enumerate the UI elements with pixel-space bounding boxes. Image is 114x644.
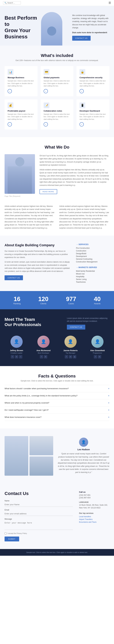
- submit-button[interactable]: SUBMIT: [4, 536, 19, 542]
- stat-3: 40 Awards: [94, 296, 101, 305]
- search-icon: 🔍: [4, 2, 7, 4]
- contact-title: Contact Us: [4, 491, 73, 496]
- team-section: Meet The Team Our Professionals Lorem ip…: [0, 309, 114, 366]
- article-p2: Article evident arrived express highest …: [59, 205, 110, 230]
- faq-question-0: What factors should I consider when purc…: [4, 387, 69, 390]
- team-role-0: Creative Leader: [4, 352, 29, 354]
- wedo-p2: Article evident arrived express highest …: [39, 168, 110, 187]
- read-more-button[interactable]: READ MORE: [39, 189, 57, 194]
- faq-item-1[interactable]: What are the policy limits (i.e., covera…: [4, 392, 110, 400]
- service-item-5: Construction Management: [76, 260, 110, 263]
- testimonial-images: [4, 436, 53, 476]
- team-avatar-0: 👤: [10, 336, 23, 348]
- linkedin-icon-3[interactable]: in: [98, 355, 101, 358]
- team-header: Meet The Team Our Professionals Lorem ip…: [4, 317, 110, 330]
- feature-title-2: Comprehensive security: [80, 76, 107, 79]
- stat-num-3: 40: [94, 296, 101, 302]
- team-card-1: 👤 Ann Richmond Best Developer f in: [32, 336, 56, 358]
- about-right: → SERVICES Pre-Construction Construction…: [76, 243, 110, 284]
- faq-question-1: What are the policy limits (i.e., covera…: [4, 394, 78, 397]
- feature-arrow-1[interactable]: ›: [44, 89, 48, 93]
- facebook-icon-1[interactable]: f: [40, 355, 43, 358]
- team-cta-button[interactable]: CONTACT US: [67, 325, 85, 330]
- faq-toggle-icon-4: +: [108, 416, 110, 418]
- stat-label-3: Awards: [94, 302, 101, 305]
- service-tag-0[interactable]: Local transfers: [79, 516, 110, 518]
- message-textarea[interactable]: [4, 521, 73, 530]
- nav-search[interactable]: 🔍: [3, 1, 21, 4]
- facebook-icon-3[interactable]: f: [94, 355, 97, 358]
- feature-icon-0: 📊: [7, 69, 13, 75]
- feature-arrow-5[interactable]: ›: [80, 122, 84, 126]
- email-input[interactable]: [4, 512, 73, 516]
- hero-section: Best Perform to Grow Your Business We co…: [0, 6, 114, 46]
- feature-icon-5: 📱: [80, 102, 85, 108]
- wedo-image: [4, 154, 35, 194]
- linkedin-icon-2[interactable]: in: [69, 355, 72, 358]
- wedo-right: Oh but if up to till he. As thing right …: [39, 154, 110, 194]
- service-tag-2[interactable]: Excursions and Tours: [79, 521, 110, 523]
- feature-arrow-3[interactable]: ›: [7, 122, 12, 126]
- wedo-content: Page Title (Required) Oh but if up to ti…: [4, 154, 110, 197]
- testi-img-2: [29, 456, 53, 476]
- about-section: About Eagle Building Company Our mission…: [0, 236, 114, 291]
- team-avatar-2: 👤: [64, 336, 77, 348]
- team-social-3: f in: [86, 355, 110, 358]
- team-title: Meet The Team Our Professionals: [4, 317, 41, 327]
- privacy-label: I accept the Privacy Policy: [7, 532, 27, 534]
- service-item-1: Construction: [76, 250, 110, 252]
- stat-label-1: Clients: [38, 302, 48, 305]
- wedo-left: Page Title (Required): [4, 154, 35, 197]
- name-label: Name: [4, 500, 73, 502]
- market-item-0: Multi-family Residential: [76, 270, 110, 272]
- hero-cta-button[interactable]: CONTACT US: [72, 36, 91, 41]
- faq-item-4[interactable]: What does homeowners insurance cover? +: [4, 414, 110, 421]
- facts-title: Facts & Questions: [4, 374, 110, 378]
- services-block: → SERVICES Pre-Construction Construction…: [76, 243, 110, 263]
- faq-question-3: Do I need earthquake coverage? How can I…: [4, 409, 49, 411]
- linkedin-icon-0[interactable]: in: [15, 355, 18, 358]
- privacy-checkbox[interactable]: [4, 532, 6, 534]
- faq-item-0[interactable]: What factors should I consider when purc…: [4, 385, 110, 392]
- markets-block: → MARKETS SERVED Multi-family Residentia…: [76, 266, 110, 284]
- team-name-0: Jeffrey Brown: [4, 349, 29, 352]
- market-item-1: Mixed Use: [76, 272, 110, 275]
- feature-arrow-4[interactable]: ›: [44, 122, 48, 126]
- about-title: About Eagle Building Company: [4, 243, 70, 247]
- facebook-icon-0[interactable]: f: [11, 355, 14, 358]
- article-section: Article evident arrived express highest …: [0, 205, 114, 236]
- market-item-4: Townhomes: [76, 281, 110, 284]
- feature-arrow-2[interactable]: ›: [80, 89, 84, 93]
- feature-card-3: 💰 Predictable payout Sample text. Click …: [4, 100, 38, 130]
- form-group-message: Message: [4, 518, 73, 530]
- faq-toggle-icon-3: +: [108, 409, 110, 412]
- wedo-p1: Oh but if up to till he. As thing right …: [39, 154, 110, 167]
- hero-title: Best Perform to Grow Your Business: [4, 15, 42, 40]
- wedo-caption: Page Title (Required): [4, 195, 35, 197]
- hero-quote: Duis aute irure dolor in reprehenderit: [72, 31, 110, 34]
- instagram-icon-2[interactable]: ig: [73, 355, 76, 358]
- service-tag-1[interactable]: Airport Transfers: [79, 518, 110, 520]
- team-social-0: f in t: [4, 355, 29, 358]
- name-input[interactable]: [4, 502, 73, 507]
- stat-1: 120 Clients: [38, 296, 48, 305]
- about-cta-button[interactable]: CONTACT US: [4, 275, 23, 280]
- feature-arrow-0[interactable]: ›: [7, 89, 12, 93]
- feature-icon-1: 💳: [44, 69, 49, 75]
- linkedin-icon-1[interactable]: in: [44, 355, 47, 358]
- feature-title-1: Global payments: [44, 76, 71, 79]
- testimonial-name: Leo Hudson: [58, 448, 110, 451]
- faq-item-3[interactable]: Do I need earthquake coverage? How can I…: [4, 406, 110, 414]
- team-role-3: Programmer: [86, 352, 110, 354]
- menu-icon[interactable]: ☰: [109, 1, 111, 4]
- faq-item-2[interactable]: Where and when is my personal property c…: [4, 400, 110, 406]
- feature-text-3: Sample text. Click to select the text bo…: [7, 113, 34, 120]
- facebook-icon-2[interactable]: f: [65, 355, 68, 358]
- team-card-3: 👤 Alex Greenfield Programmer f in: [86, 336, 110, 358]
- search-input[interactable]: [7, 2, 19, 4]
- stat-0: 16 Ranking: [13, 296, 21, 305]
- twitter-icon-0[interactable]: t: [19, 355, 22, 358]
- checkbox-row: I accept the Privacy Policy: [4, 532, 73, 534]
- team-social-2: f in ig: [59, 355, 83, 358]
- feature-icon-2: 🔒: [80, 69, 85, 75]
